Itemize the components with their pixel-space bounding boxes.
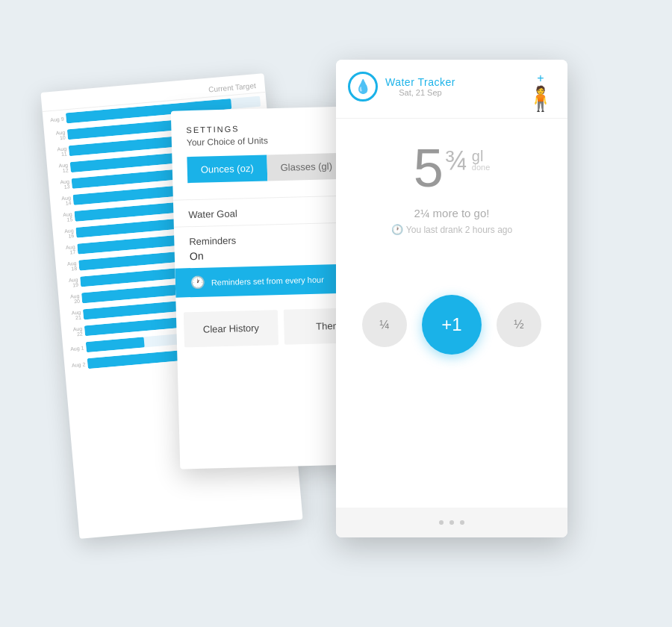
bar-day-label: Aug 19 [63,277,78,289]
scene: Current Target Aug 9Aug 10Aug 11Aug 12Au… [0,0,672,627]
bar-day-label: Aug 14 [56,195,72,207]
last-drank-text: You last drank 2 hours ago [406,225,512,235]
footer-dot-2 [449,520,454,525]
water-last-drank: 🕐 You last drank 2 hours ago [351,224,553,235]
bar-day-label: Aug 15 [57,211,73,223]
app-header-right: + 🧍 [526,72,556,110]
app-logo: 💧 [348,72,378,102]
clear-history-button[interactable]: Clear History [184,310,279,347]
app-controls: ¼ +1 ½ [336,280,567,369]
water-drop-icon: 💧 [355,78,371,95]
unit-gl-button[interactable]: Glasses (gl) [267,153,346,181]
bar-day-label: Aug 20 [64,293,80,305]
last-drank-clock-icon: 🕐 [391,224,403,235]
unit-oz-button[interactable]: Ounces (oz) [187,155,267,183]
app-main: 5 ¾ gl done 2¼ more to go! 🕐 You last dr… [336,119,567,250]
bar-day-label: Aug 12 [53,162,69,174]
footer-dot-1 [439,520,444,525]
footer-dot-3 [460,520,464,525]
app-footer [336,508,567,537]
half-button[interactable]: ½ [497,302,541,347]
reminder-clock-icon: 🕐 [190,275,205,290]
water-whole-number: 5 [414,141,444,195]
bar-day-label: Aug 22 [67,326,83,338]
person-icon: 🧍 [526,87,556,110]
add-button[interactable]: + [537,72,544,85]
bar-day-label: Aug 11 [52,146,67,157]
bar-fill [86,337,145,352]
bar-day-label: Aug 16 [58,228,74,240]
water-amount-display: 5 ¾ gl done [351,141,553,195]
bar-day-label: Aug 1 [69,345,84,352]
water-unit-block: gl done [472,149,490,172]
quarter-button[interactable]: ¼ [362,302,407,347]
bar-day-label: Aug 13 [55,178,70,190]
add-one-button[interactable]: +1 [422,295,482,355]
reminder-banner-text: Reminders set from every hour [211,275,324,287]
app-card: 💧 Water Tracker Sat, 21 Sep + 🧍 5 ¾ gl d… [336,60,567,537]
app-header: 💧 Water Tracker Sat, 21 Sep + 🧍 [336,60,567,119]
bar-day-label: Aug 2 [70,361,86,368]
bar-day-label: Aug 18 [61,261,77,272]
app-date: Sat, 21 Sep [385,88,455,97]
bar-day-label: Aug 21 [66,310,81,322]
app-title: Water Tracker [385,76,455,88]
bar-day-label: Aug 10 [50,130,66,142]
water-fraction: ¾ [445,147,467,174]
water-unit: gl [472,149,484,163]
bar-day-label: Aug 9 [49,116,64,122]
water-remaining: 2¼ more to go! [351,207,553,219]
app-title-block: Water Tracker Sat, 21 Sep [385,76,455,97]
bar-day-label: Aug 17 [60,244,75,256]
app-header-left: 💧 Water Tracker Sat, 21 Sep [348,72,455,102]
water-done-label: done [472,163,490,172]
